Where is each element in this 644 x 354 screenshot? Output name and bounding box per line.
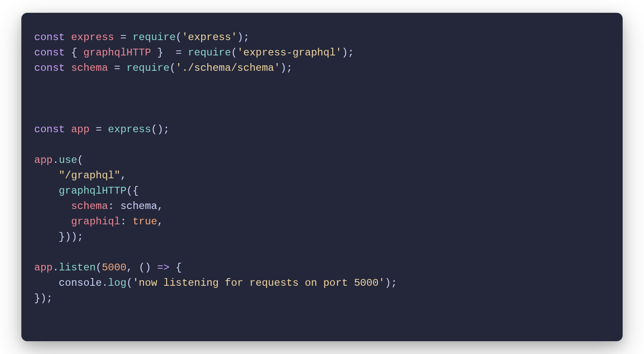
ident-app: app: [71, 124, 89, 135]
bool-true: true: [132, 216, 157, 227]
func-graphqlhttp-call: graphqlHTTP: [59, 185, 126, 197]
string-express-graphql: 'express-graphql': [237, 47, 342, 58]
func-express-call: express: [108, 124, 151, 135]
obj-app: app: [34, 154, 53, 166]
punct-comma: ,: [157, 216, 163, 227]
punct-openparen: (: [170, 62, 176, 74]
space: [65, 124, 71, 135]
ident-express: express: [71, 32, 114, 43]
punct-eq: =: [114, 32, 132, 43]
punct-semicolon: ;: [243, 32, 249, 43]
punct-closeparen: ): [342, 47, 348, 58]
obj-app: app: [34, 262, 53, 273]
punct-eq: =: [170, 47, 188, 58]
keyword-const: const: [34, 32, 65, 43]
punct-comma: ,: [126, 262, 132, 273]
punct-openparen: (: [96, 262, 102, 273]
obj-console: console: [59, 277, 102, 289]
space: [65, 62, 71, 74]
punct-destruct-close: }: [151, 47, 170, 58]
punct-end-fn: });: [34, 293, 53, 304]
ident-schema: schema: [71, 62, 108, 74]
arrow: =>: [151, 262, 176, 273]
func-require: require: [126, 62, 170, 74]
number-port: 5000: [102, 262, 126, 273]
punct-eq: =: [90, 124, 108, 135]
indent: [34, 185, 59, 197]
string-graphql-route: "/graphql": [59, 170, 120, 181]
punct-semicolon: ;: [164, 124, 170, 135]
punct-closeparen: ): [157, 124, 163, 135]
method-listen: listen: [59, 262, 96, 273]
code-panel: const express = require('express'); cons…: [21, 13, 623, 341]
prop-graphiql: graphiql: [71, 216, 120, 227]
indent: [34, 216, 71, 227]
indent: [34, 170, 59, 181]
method-use: use: [59, 154, 77, 166]
punct-openparen: (: [126, 277, 132, 289]
punct-openparen: (: [231, 47, 237, 58]
punct-closeparen: ): [280, 62, 286, 74]
keyword-const: const: [34, 124, 65, 135]
punct-openparen: (: [126, 185, 132, 197]
punct-openparen: (: [151, 124, 157, 135]
indent: [34, 200, 71, 212]
punct-colon: :: [108, 200, 120, 212]
func-require: require: [132, 32, 176, 43]
func-require: require: [188, 47, 231, 58]
punct-semicolon: ;: [287, 62, 293, 74]
code-block: const express = require('express'); cons…: [34, 30, 610, 306]
ref-schema: schema: [120, 200, 157, 212]
space: [65, 32, 71, 43]
punct-openbrace: {: [176, 262, 181, 273]
prop-schema: schema: [71, 200, 108, 212]
punct-closeparen: ): [237, 32, 243, 43]
punct-dot: .: [53, 262, 59, 273]
punct-comma: ,: [157, 200, 163, 212]
punct-semicolon: ;: [348, 47, 354, 58]
keyword-const: const: [34, 47, 65, 58]
punct-closeparen: ): [385, 277, 391, 289]
ident-graphqlhttp: graphqlHTTP: [83, 47, 151, 58]
punct-openparen: (: [139, 262, 145, 273]
string-schema-path: './schema/schema': [176, 62, 280, 74]
punct-closebrace-paren: }));: [59, 231, 84, 243]
punct-comma: ,: [120, 170, 126, 181]
punct-dot: .: [102, 277, 108, 289]
method-log: log: [108, 277, 126, 289]
punct-openbrace: {: [132, 185, 138, 197]
keyword-const: const: [34, 62, 65, 74]
punct-semicolon: ;: [391, 277, 397, 289]
punct-closeparen: ): [145, 262, 151, 273]
punct-destruct-open: {: [65, 47, 83, 58]
punct-colon: :: [120, 216, 133, 227]
string-express: 'express': [182, 32, 237, 43]
indent: [34, 231, 59, 243]
punct-dot: .: [53, 154, 59, 166]
punct-openparen: (: [176, 32, 181, 43]
space: [132, 262, 138, 273]
string-log-msg: 'now listening for requests on port 5000…: [132, 277, 385, 289]
indent: [34, 277, 59, 289]
punct-eq: =: [108, 62, 126, 74]
punct-openparen: (: [77, 154, 83, 166]
